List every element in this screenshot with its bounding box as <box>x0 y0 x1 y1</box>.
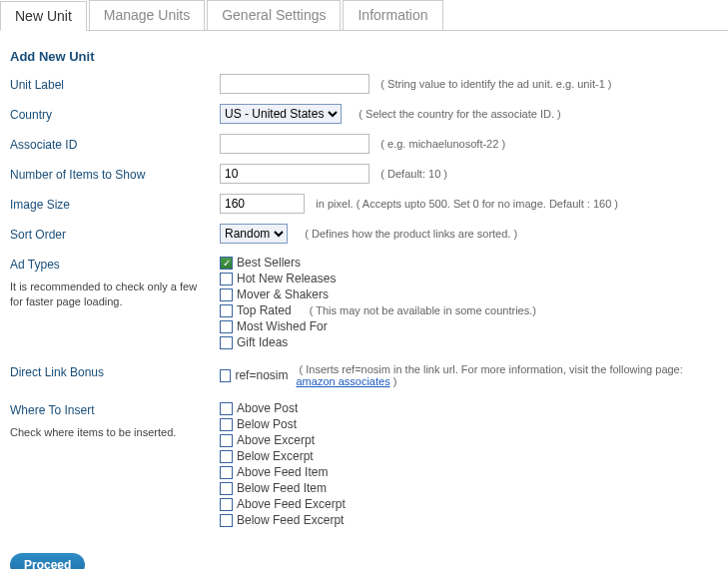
chk-ref-nosim[interactable]: ref=nosim ( Inserts ref=nosim in the lin… <box>220 363 718 387</box>
label-unit-label: Unit Label <box>10 74 220 92</box>
chk-below-post[interactable]: Below Post <box>220 417 718 431</box>
checkbox-icon <box>220 498 233 511</box>
image-size-input[interactable] <box>220 194 305 214</box>
hint-ref-nosim: ( Inserts ref=nosim in the link url. For… <box>296 363 718 387</box>
hint-country: ( Select the country for the associate I… <box>359 108 560 120</box>
chk-top-rated[interactable]: Top Rated ( This may not be available in… <box>220 303 718 317</box>
chk-above-excerpt[interactable]: Above Excerpt <box>220 433 718 447</box>
chk-below-feed-excerpt[interactable]: Below Feed Excerpt <box>220 513 718 527</box>
page-title: Add New Unit <box>10 49 728 64</box>
label-direct-link: Direct Link Bonus <box>10 361 220 379</box>
checkbox-icon <box>220 402 233 415</box>
label-sort-order: Sort Order <box>10 224 220 242</box>
tab-information[interactable]: Information <box>343 0 442 30</box>
checkbox-icon <box>220 418 233 431</box>
tab-bar: New Unit Manage Units General Settings I… <box>0 0 728 31</box>
tab-general-settings[interactable]: General Settings <box>207 0 341 30</box>
tab-manage-units[interactable]: Manage Units <box>89 0 205 30</box>
chk-above-feed-excerpt[interactable]: Above Feed Excerpt <box>220 497 718 511</box>
hint-num-items: ( Default: 10 ) <box>380 168 447 180</box>
chk-above-post[interactable]: Above Post <box>220 401 718 415</box>
tab-new-unit[interactable]: New Unit <box>0 1 87 31</box>
checkbox-icon <box>220 257 233 270</box>
chk-gift-ideas[interactable]: Gift Ideas <box>220 335 718 349</box>
hint-sort-order: ( Defines how the product links are sort… <box>305 228 517 240</box>
chk-above-feed-item[interactable]: Above Feed Item <box>220 465 718 479</box>
label-image-size: Image Size <box>10 194 220 212</box>
amazon-associates-link[interactable]: amazon associates <box>296 375 389 387</box>
label-associate-id: Associate ID <box>10 134 220 152</box>
form: Unit Label ( String value to identify th… <box>0 74 728 529</box>
chk-best-sellers[interactable]: Best Sellers <box>220 256 718 270</box>
subtext-where-insert: Check where items to be inserted. <box>10 425 220 440</box>
checkbox-icon <box>220 482 233 495</box>
checkbox-icon <box>220 514 233 527</box>
subtext-ad-types: It is recommended to check only a few fo… <box>10 280 220 310</box>
checkbox-icon <box>220 304 233 317</box>
hint-associate-id: ( e.g. michaelunosoft-22 ) <box>380 138 505 150</box>
checkbox-icon <box>220 466 233 479</box>
sort-order-select[interactable]: Random <box>220 224 288 244</box>
chk-hot-new-releases[interactable]: Hot New Releases <box>220 272 718 285</box>
country-select[interactable]: US - United States <box>220 104 342 124</box>
checkbox-icon <box>220 434 233 447</box>
hint-unit-label: ( String value to identify the ad unit. … <box>380 78 611 90</box>
hint-top-rated: ( This may not be available in some coun… <box>310 304 536 316</box>
label-where-insert: Where To Insert Check where items to be … <box>10 399 220 440</box>
checkbox-icon <box>220 273 233 285</box>
proceed-button[interactable]: Proceed <box>10 553 85 569</box>
label-ad-types: Ad Types It is recommended to check only… <box>10 254 220 310</box>
checkbox-icon <box>220 336 233 349</box>
associate-id-input[interactable] <box>220 134 369 154</box>
hint-image-size: in pixel. ( Accepts upto 500. Set 0 for … <box>316 198 618 210</box>
checkbox-icon <box>220 450 233 463</box>
label-num-items: Number of Items to Show <box>10 164 220 182</box>
checkbox-icon <box>220 288 233 301</box>
unit-label-input[interactable] <box>220 74 369 94</box>
chk-mover-shakers[interactable]: Mover & Shakers <box>220 287 718 301</box>
label-country: Country <box>10 104 220 122</box>
chk-below-excerpt[interactable]: Below Excerpt <box>220 449 718 463</box>
chk-most-wished[interactable]: Most Wished For <box>220 319 718 333</box>
num-items-input[interactable] <box>220 164 369 184</box>
chk-below-feed-item[interactable]: Below Feed Item <box>220 481 718 495</box>
checkbox-icon <box>220 369 231 382</box>
checkbox-icon <box>220 320 233 333</box>
